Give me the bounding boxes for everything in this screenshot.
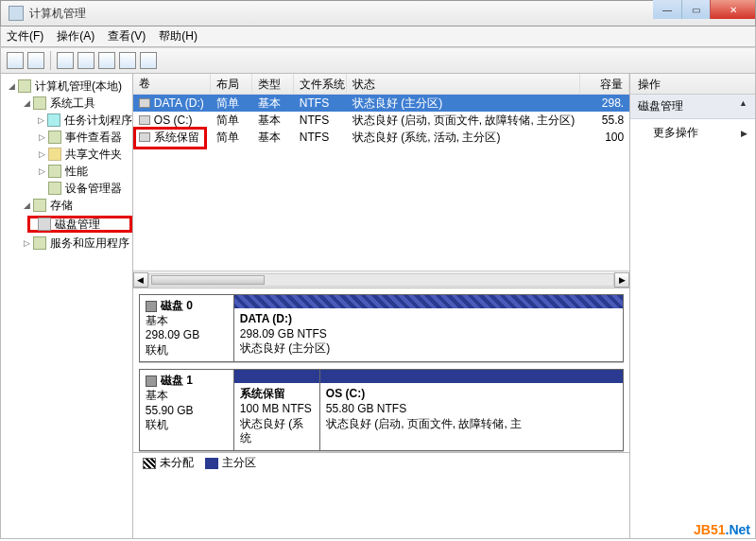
actions-group-label: 磁盘管理	[638, 98, 683, 114]
close-button[interactable]: ✕	[710, 0, 755, 19]
volume-list: DATA (D:) 简单 基本 NTFS 状态良好 (主分区) 298. OS …	[133, 95, 629, 146]
tree-label: 共享文件夹	[65, 147, 122, 163]
tree-label: 任务计划程序	[64, 113, 132, 129]
disk-type: 基本	[146, 314, 228, 329]
toolbar-icon[interactable]	[57, 52, 74, 69]
window-controls: — ▭ ✕	[653, 0, 755, 19]
volume-row[interactable]: OS (C:) 简单 基本 NTFS 状态良好 (启动, 页面文件, 故障转储,…	[133, 112, 629, 129]
disk-size: 298.09 GB	[146, 328, 228, 343]
tree-root-label: 计算机管理(本地)	[35, 79, 122, 95]
menu-help[interactable]: 帮助(H)	[159, 28, 198, 44]
volume-capacity: 298.	[580, 96, 629, 110]
tree-system-tools[interactable]: ◢系统工具	[1, 95, 132, 112]
tree-device-manager[interactable]: 设备管理器	[1, 180, 132, 197]
actions-group[interactable]: 磁盘管理 ▲	[630, 95, 755, 119]
col-type[interactable]: 类型	[252, 74, 294, 94]
main-area: ◢计算机管理(本地) ◢系统工具 ▷任务计划程序 ▷事件查看器 ▷共享文件夹 ▷…	[0, 74, 756, 539]
watermark-text: .Net	[726, 522, 750, 537]
menu-action[interactable]: 操作(A)	[57, 28, 94, 44]
menu-file[interactable]: 文件(F)	[7, 28, 43, 44]
tree-label: 存储	[50, 198, 73, 214]
toolbar-icon[interactable]	[98, 52, 115, 69]
legend: 未分配 主分区	[133, 452, 629, 473]
partition-title: DATA (D:)	[240, 312, 292, 325]
tree-storage[interactable]: ◢存储	[1, 197, 132, 214]
scroll-right-icon[interactable]: ▶	[614, 272, 629, 288]
actions-header: 操作	[630, 74, 755, 95]
volume-row[interactable]: 系统保留 简单 基本 NTFS 状态良好 (系统, 活动, 主分区) 100	[133, 129, 629, 146]
disk-type: 基本	[146, 389, 228, 404]
toolbar-icon[interactable]	[119, 52, 136, 69]
disk-info[interactable]: 磁盘 0 基本 298.09 GB 联机	[139, 294, 233, 362]
volume-capacity: 55.8	[580, 113, 629, 127]
partition[interactable]: 系统保留 100 MB NTFS 状态良好 (系统	[234, 370, 319, 449]
maximize-button[interactable]: ▭	[681, 0, 710, 19]
disk-state: 联机	[146, 343, 228, 358]
app-icon	[9, 6, 24, 21]
volume-layout: 简单	[211, 113, 252, 129]
volume-icon	[139, 98, 150, 108]
watermark: JB51.Net	[694, 522, 750, 537]
volume-icon	[139, 115, 150, 125]
horizontal-scrollbar[interactable]: ◀ ▶	[133, 270, 629, 288]
tree-disk-management[interactable]: 磁盘管理	[27, 216, 132, 233]
center-panel: 卷 布局 类型 文件系统 状态 容量 DATA (D:) 简单 基本 NTFS …	[133, 74, 629, 538]
partition[interactable]: OS (C:) 55.80 GB NTFS 状态良好 (启动, 页面文件, 故障…	[319, 370, 623, 449]
tree-label: 磁盘管理	[55, 217, 100, 233]
col-layout[interactable]: 布局	[211, 74, 252, 94]
nav-back-icon[interactable]	[7, 52, 24, 69]
toolbar-separator	[50, 51, 51, 70]
refresh-icon[interactable]	[77, 52, 94, 69]
volume-type: 基本	[252, 130, 294, 146]
watermark-text: JB51	[694, 522, 725, 537]
col-volume[interactable]: 卷	[133, 74, 211, 94]
disk-info[interactable]: 磁盘 1 基本 55.90 GB 联机	[139, 369, 233, 450]
partition-status: 状态良好 (启动, 页面文件, 故障转储, 主	[326, 417, 522, 430]
disk-block: 磁盘 0 基本 298.09 GB 联机 DATA (D:) 298.09 GB…	[139, 294, 624, 363]
partition-size: 298.09 GB NTFS	[240, 327, 327, 340]
legend-unallocated-swatch	[143, 458, 156, 469]
partition-title: OS (C:)	[326, 387, 365, 400]
scroll-track[interactable]	[148, 273, 614, 287]
col-capacity[interactable]: 容量	[580, 74, 629, 94]
disk-partitions: 系统保留 100 MB NTFS 状态良好 (系统 OS (C:) 55.80 …	[233, 369, 624, 450]
volume-fs: NTFS	[294, 131, 347, 144]
volume-fs: NTFS	[294, 96, 347, 110]
volume-icon	[139, 132, 150, 142]
actions-more[interactable]: 更多操作 ▶	[630, 119, 755, 147]
help-icon[interactable]	[140, 52, 157, 69]
tree-panel: ◢计算机管理(本地) ◢系统工具 ▷任务计划程序 ▷事件查看器 ▷共享文件夹 ▷…	[1, 74, 133, 538]
tree-performance[interactable]: ▷性能	[1, 163, 132, 180]
col-status[interactable]: 状态	[347, 74, 580, 94]
volume-name: OS (C:)	[154, 113, 193, 127]
disk-label: 磁盘 1	[161, 374, 193, 389]
col-fs[interactable]: 文件系统	[294, 74, 347, 94]
volume-header: 卷 布局 类型 文件系统 状态 容量	[133, 74, 629, 95]
tree-root[interactable]: ◢计算机管理(本地)	[1, 78, 132, 95]
legend-primary-swatch	[205, 458, 218, 469]
volume-name: DATA (D:)	[154, 96, 204, 110]
volume-row[interactable]: DATA (D:) 简单 基本 NTFS 状态良好 (主分区) 298.	[133, 95, 629, 112]
partition-size: 100 MB NTFS	[240, 402, 312, 415]
partition[interactable]: DATA (D:) 298.09 GB NTFS 状态良好 (主分区)	[234, 295, 623, 361]
volume-name: 系统保留	[154, 130, 199, 146]
volume-layout: 简单	[211, 130, 252, 146]
scroll-left-icon[interactable]: ◀	[133, 272, 148, 288]
menu-view[interactable]: 查看(V)	[108, 28, 146, 44]
titlebar: 计算机管理	[0, 0, 756, 26]
legend-primary-label: 主分区	[222, 456, 256, 469]
scroll-thumb[interactable]	[151, 275, 265, 285]
tree-services-apps[interactable]: ▷服务和应用程序	[1, 235, 132, 252]
nav-fwd-icon[interactable]	[27, 52, 44, 69]
tree-event-viewer[interactable]: ▷事件查看器	[1, 129, 132, 146]
volume-status: 状态良好 (启动, 页面文件, 故障转储, 主分区)	[347, 113, 580, 129]
window-title: 计算机管理	[29, 6, 86, 22]
partition-header-bar	[320, 370, 623, 383]
volume-fs: NTFS	[294, 113, 347, 127]
disk-state: 联机	[146, 418, 228, 433]
tree-task-scheduler[interactable]: ▷任务计划程序	[1, 112, 132, 129]
volume-layout: 简单	[211, 96, 252, 112]
disk-partitions: DATA (D:) 298.09 GB NTFS 状态良好 (主分区)	[233, 294, 624, 362]
minimize-button[interactable]: —	[653, 0, 681, 19]
tree-shared-folders[interactable]: ▷共享文件夹	[1, 146, 132, 163]
